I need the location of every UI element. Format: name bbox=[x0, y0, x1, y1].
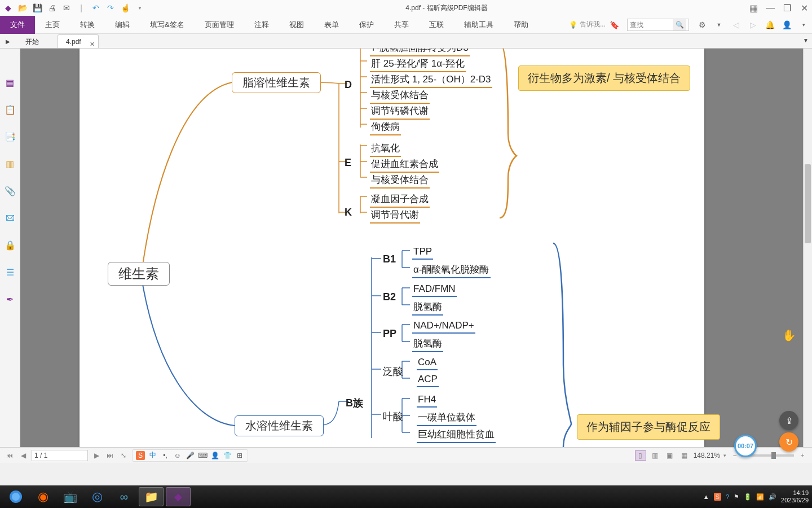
layers-panel-icon[interactable]: ▥ bbox=[5, 158, 16, 169]
start-button[interactable] bbox=[3, 487, 28, 506]
tray-flag-icon[interactable]: ⚑ bbox=[734, 493, 739, 501]
next-find-icon[interactable]: ▷ bbox=[747, 19, 758, 30]
task-chat-icon[interactable]: ∞ bbox=[112, 487, 136, 506]
doctab-active[interactable]: 4.pdf ✕ bbox=[58, 34, 99, 48]
ime-skin-icon[interactable]: 👕 bbox=[223, 451, 232, 460]
redo-icon[interactable]: ↷ bbox=[106, 3, 115, 12]
print-icon[interactable]: 🖨 bbox=[47, 3, 56, 12]
user-dropdown-icon[interactable]: ▾ bbox=[798, 19, 809, 30]
chevron-down-icon[interactable]: ▼ bbox=[713, 19, 725, 30]
view-facing-icon[interactable]: ▣ bbox=[664, 450, 676, 461]
leaf-k2: 调节骨代谢 bbox=[370, 208, 420, 224]
tab-fillsign[interactable]: 填写&签名 bbox=[140, 16, 195, 34]
view-continuous-facing-icon[interactable]: ▦ bbox=[679, 450, 690, 461]
tab-home[interactable]: 主页 bbox=[35, 16, 70, 34]
next-page-icon[interactable]: ▶ bbox=[91, 450, 102, 461]
prev-page-icon[interactable]: ◀ bbox=[18, 450, 28, 461]
search-button[interactable]: 🔍 bbox=[673, 19, 686, 30]
fields-panel-icon[interactable]: ☰ bbox=[5, 266, 16, 278]
gear-icon[interactable]: ⚙ bbox=[696, 19, 708, 30]
ime-punct-icon[interactable]: •, bbox=[161, 451, 170, 460]
ime-lang[interactable]: 中 bbox=[148, 451, 157, 460]
save-icon[interactable]: 💾 bbox=[33, 3, 42, 12]
leaf-ppa: NAD+/NADP+ bbox=[412, 319, 475, 334]
timer-badge[interactable]: 00:07 bbox=[734, 435, 757, 457]
tab-view[interactable]: 视图 bbox=[279, 16, 314, 34]
task-edge-icon[interactable]: ◎ bbox=[85, 487, 109, 506]
tab-pages[interactable]: 页面管理 bbox=[195, 16, 244, 34]
ime-toolbox-icon[interactable]: ⊞ bbox=[235, 451, 244, 460]
zoom-slider-knob[interactable] bbox=[771, 452, 776, 459]
tab-protect[interactable]: 保护 bbox=[349, 16, 384, 34]
tab-convert[interactable]: 转换 bbox=[70, 16, 105, 34]
first-page-icon[interactable]: ⏮ bbox=[5, 450, 15, 461]
sign-panel-icon[interactable]: ✒ bbox=[5, 294, 16, 305]
tabs-caret-icon[interactable]: ▶ bbox=[6, 38, 10, 45]
page-number-field[interactable]: 1 / 1 bbox=[32, 450, 88, 461]
open-icon[interactable]: 📂 bbox=[18, 3, 27, 12]
tab-connect[interactable]: 互联 bbox=[419, 16, 454, 34]
taskbar: ◉ 📺 ◎ ∞ 📁 ◆ ▲ S ? ⚑ 🔋 📶 🔊 14:19 2023/6/2… bbox=[0, 485, 812, 508]
search-input[interactable] bbox=[628, 21, 673, 29]
tag-icon[interactable]: 🔖 bbox=[608, 19, 620, 30]
tell-me[interactable]: 💡告诉我... bbox=[569, 20, 606, 29]
search-box[interactable]: 🔍 bbox=[627, 19, 689, 31]
float-action-icon[interactable]: ↻ bbox=[779, 432, 798, 452]
qat-dropdown-icon[interactable]: ▼ bbox=[135, 3, 144, 12]
leaf-fa1: FH4 bbox=[417, 393, 437, 408]
task-foxit-icon[interactable]: ◆ bbox=[166, 487, 191, 506]
qat-sep-icon: | bbox=[77, 3, 86, 12]
vertical-scrollbar[interactable] bbox=[803, 49, 812, 447]
clipboard-panel-icon[interactable]: 📋 bbox=[5, 104, 16, 115]
ime-logo-icon[interactable]: S bbox=[136, 451, 145, 460]
ime-mic-icon[interactable]: 🎤 bbox=[186, 451, 195, 460]
float-usb-icon[interactable]: ⇪ bbox=[779, 411, 798, 430]
user-icon[interactable]: 👤 bbox=[781, 19, 792, 30]
ime-keyboard-icon[interactable]: ⌨ bbox=[198, 451, 207, 460]
scrollbar-thumb[interactable] bbox=[805, 164, 811, 243]
security-panel-icon[interactable]: 🔒 bbox=[5, 239, 16, 251]
tray-sogou-icon[interactable]: S bbox=[714, 493, 721, 501]
doctab-home[interactable]: 开始 bbox=[17, 34, 56, 48]
tab-share[interactable]: 共享 bbox=[384, 16, 419, 34]
tab-edit[interactable]: 编辑 bbox=[105, 16, 140, 34]
restore-icon[interactable]: ❐ bbox=[783, 3, 792, 12]
tab-accessibility[interactable]: 辅助工具 bbox=[454, 16, 504, 34]
tab-help[interactable]: 帮助 bbox=[504, 16, 539, 34]
task-firefox-icon[interactable]: ◉ bbox=[30, 487, 55, 506]
tray-battery-icon[interactable]: 🔋 bbox=[744, 493, 752, 501]
tab-comment[interactable]: 注释 bbox=[244, 16, 279, 34]
tab-file[interactable]: 文件 bbox=[0, 16, 35, 34]
close-icon[interactable]: ✕ bbox=[800, 3, 809, 12]
ime-user-icon[interactable]: 👤 bbox=[210, 451, 219, 460]
attachments-panel-icon[interactable]: 📎 bbox=[5, 185, 16, 196]
bell-icon[interactable]: 🔔 bbox=[764, 19, 775, 30]
last-page-icon[interactable]: ⏭ bbox=[105, 450, 115, 461]
qrcode-icon[interactable]: ▦ bbox=[749, 3, 758, 12]
reflow-icon[interactable]: ⤡ bbox=[118, 450, 129, 461]
leaf-fa3: 巨幼红细胞性贫血 bbox=[417, 427, 496, 443]
task-bilibili-icon[interactable]: 📺 bbox=[58, 487, 82, 506]
document-canvas[interactable]: 维生素 脂溶性维生素 水溶性维生素 D E K B族 B1 B2 PP 泛酸 叶… bbox=[20, 49, 803, 447]
minimize-icon[interactable]: — bbox=[766, 3, 775, 12]
signatures-panel-icon[interactable]: 🖂 bbox=[5, 212, 16, 224]
tabs-expand-icon[interactable]: ▼ bbox=[803, 37, 809, 43]
tray-volume-icon[interactable]: 🔊 bbox=[769, 493, 776, 501]
bookmarks-panel-icon[interactable]: 📑 bbox=[5, 131, 16, 142]
hand-icon[interactable]: ☝ bbox=[121, 3, 130, 12]
prev-find-icon[interactable]: ◁ bbox=[730, 19, 742, 30]
pages-panel-icon[interactable]: ▤ bbox=[5, 77, 16, 88]
undo-icon[interactable]: ↶ bbox=[91, 3, 100, 12]
view-continuous-icon[interactable]: ▥ bbox=[650, 450, 661, 461]
tray-help-icon[interactable]: ? bbox=[726, 493, 729, 500]
tray-expand-icon[interactable]: ▲ bbox=[703, 493, 709, 500]
tray-wifi-icon[interactable]: 📶 bbox=[756, 493, 764, 501]
ime-emoji-icon[interactable]: ☺ bbox=[173, 451, 182, 460]
view-single-icon[interactable]: ▯ bbox=[635, 450, 646, 461]
task-explorer-icon[interactable]: 📁 bbox=[139, 487, 164, 506]
zoom-dropdown-icon[interactable]: ▾ bbox=[723, 453, 726, 458]
email-icon[interactable]: ✉ bbox=[62, 3, 71, 12]
tab-form[interactable]: 表单 bbox=[314, 16, 349, 34]
zoom-in-icon[interactable]: + bbox=[797, 450, 807, 461]
tray-clock[interactable]: 14:19 2023/6/29 bbox=[781, 489, 809, 504]
